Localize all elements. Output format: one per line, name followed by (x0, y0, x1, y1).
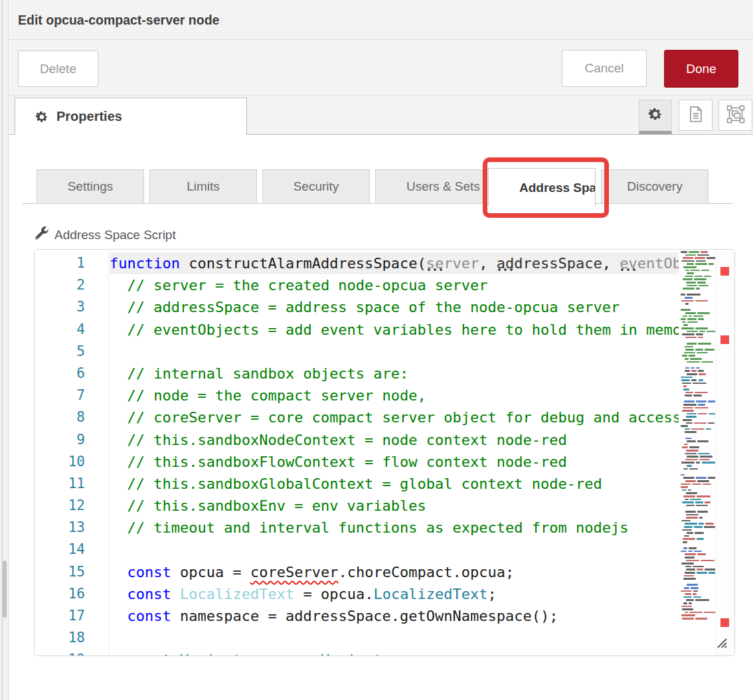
minimap-line (689, 251, 700, 253)
minimap-line (698, 453, 710, 455)
code-line[interactable]: // timeout and interval functions as exp… (110, 517, 679, 539)
tab-discovery[interactable]: Discovery (601, 169, 709, 204)
minimap-line (686, 422, 693, 424)
error-mark (720, 267, 729, 276)
minimap-line (698, 318, 704, 320)
tab-settings[interactable]: Settings (37, 169, 144, 204)
editor-minimap[interactable] (679, 250, 715, 656)
code-line[interactable]: // this.sandboxFlowContext = flow contex… (110, 451, 679, 473)
node-properties-icon-button[interactable] (639, 100, 672, 134)
minimap-line (685, 358, 689, 360)
minimap-line (690, 499, 701, 501)
line-number: 4 (35, 319, 108, 341)
minimap-line (683, 407, 693, 409)
code-line[interactable]: const LocalizedText = opcua.LocalizedTex… (110, 583, 679, 605)
code-line[interactable]: // server = the created node-opcua serve… (110, 274, 679, 296)
code-line[interactable] (110, 341, 679, 363)
minimap-line (681, 563, 694, 565)
delete-button[interactable]: Delete (18, 50, 98, 87)
minimap-line (686, 517, 698, 519)
group-frame-icon (726, 105, 745, 126)
minimap-line (686, 282, 696, 284)
minimap-line (687, 294, 701, 296)
minimap-line (681, 309, 691, 311)
code-line[interactable]: // this.sandboxNodeContext = node contex… (110, 429, 679, 451)
code-line[interactable]: const opcua = coreServer.choreCompact.op… (110, 561, 679, 583)
code-line[interactable]: // coreServer = core compact server obje… (110, 406, 679, 428)
code-line[interactable]: // eventObjects = add event variables he… (110, 319, 679, 341)
code-line[interactable]: // internal sandbox objects are: (110, 363, 679, 385)
line-number: 6 (35, 363, 108, 385)
code-line[interactable]: const namespace = addressSpace.getOwnNam… (110, 605, 679, 627)
minimap-line (695, 300, 708, 302)
minimap-line (692, 483, 701, 485)
code-lines[interactable]: function constructAlarmAddressSpace(serv… (110, 250, 679, 656)
error-mark (720, 335, 729, 344)
tab-address-space[interactable]: Address Space (488, 168, 596, 207)
code-token (110, 608, 127, 624)
minimap-line (708, 422, 714, 424)
minimap-line (693, 590, 697, 592)
code-editor[interactable]: 12345678910111213141516171819 function c… (34, 249, 735, 656)
minimap-line (697, 553, 706, 555)
node-appearance-icon-button[interactable] (718, 100, 752, 131)
minimap-line (681, 327, 694, 329)
code-token: // node = the compact server node, (110, 387, 426, 404)
minimap-line (691, 428, 705, 430)
minimap-line (696, 400, 707, 402)
tab-users-sets[interactable]: Users & Sets (375, 169, 483, 204)
header-divider (9, 39, 753, 40)
minimap-line (697, 572, 707, 574)
line-number: 7 (35, 385, 108, 406)
minimap-line (695, 618, 707, 620)
minimap-line (695, 257, 705, 259)
minimap-line (681, 520, 691, 522)
minimap-line (685, 553, 696, 555)
code-line[interactable]: // node = the compact server node, (110, 385, 679, 406)
minimap-line (683, 578, 696, 580)
minimap-line (685, 394, 692, 396)
minimap-line (685, 431, 697, 433)
minimap-line (691, 370, 697, 372)
minimap-line (704, 276, 711, 278)
tab-properties[interactable]: Properties (15, 98, 247, 135)
editor-resize-grip[interactable] (716, 637, 728, 652)
line-number: 18 (35, 627, 108, 649)
vertical-scrollbar-thumb[interactable] (3, 561, 7, 618)
minimap-line (693, 596, 701, 598)
minimap-line (685, 459, 698, 461)
code-token: namespace = addressSpace.getOwnNamespace… (171, 608, 558, 624)
tab-security[interactable]: Security (262, 169, 370, 204)
code-line[interactable]: // addressSpace = address space of the n… (110, 296, 679, 318)
code-token: const (127, 564, 171, 580)
minimap-line (701, 251, 707, 253)
code-line[interactable] (110, 539, 679, 561)
code-line[interactable]: // this.sandboxGlobalContext = global co… (110, 473, 679, 495)
line-number: 12 (35, 495, 108, 517)
cancel-button[interactable]: Cancel (562, 50, 647, 87)
minimap-line (684, 526, 693, 528)
minimap-line (695, 599, 709, 601)
minimap-line (687, 285, 697, 287)
code-token: // timeout and interval functions as exp… (110, 519, 628, 536)
minimap-line (696, 505, 708, 507)
window-left-strip (0, 0, 9, 700)
minimap-line (689, 446, 699, 448)
code-line[interactable]: const Variant = opcua.Variant; (110, 649, 679, 656)
node-description-icon-button[interactable] (679, 100, 712, 131)
minimap-line (695, 276, 702, 278)
code-token: server (426, 255, 479, 272)
minimap-line (707, 331, 715, 333)
code-line[interactable] (110, 627, 679, 649)
tab-limits[interactable]: Limits (149, 169, 257, 204)
minimap-line (701, 361, 712, 363)
section-header: Address Space Script (35, 226, 176, 243)
done-button[interactable]: Done (664, 50, 738, 88)
code-line[interactable]: // this.sandboxEnv = env variables (110, 495, 679, 517)
minimap-line (685, 523, 697, 525)
minimap-line (681, 379, 690, 381)
minimap-line (694, 551, 702, 553)
minimap-line (702, 462, 715, 464)
properties-tab-label: Properties (56, 109, 122, 124)
code-line[interactable]: function constructAlarmAddressSpace(serv… (110, 252, 679, 274)
